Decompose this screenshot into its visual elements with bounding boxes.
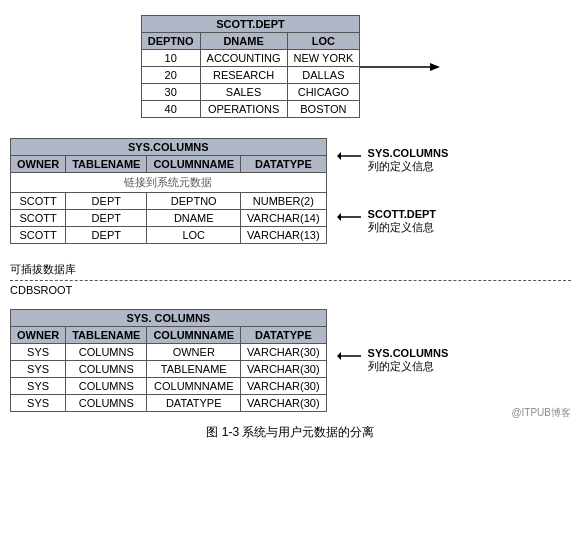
- caption: 图 1-3 系统与用户元数据的分离 @ITPUB博客: [10, 424, 571, 441]
- table-row: SYSCOLUMNSCOLUMNNAMEVARCHAR(30): [11, 378, 327, 395]
- table-row: SCOTTDEPTLOCVARCHAR(13): [11, 227, 327, 244]
- scott-dept-title: SCOTT.DEPT: [141, 16, 360, 33]
- cdbsroot-label: CDBSROOT: [10, 284, 571, 296]
- sys-columns-top-section: SYS.COLUMNS OWNER TABLENAME COLUMNNAME D…: [10, 138, 571, 244]
- right-labels-top: SYS.COLUMNS 列的定义信息 SCOTT.DEPT 列的定义信息: [337, 147, 449, 235]
- arrow-svg: [360, 57, 440, 77]
- scott-dept-table-wrapper: SCOTT.DEPT DEPTNO DNAME LOC 10ACCOUNTING…: [141, 15, 361, 118]
- table-row: 30SALESCHICAGO: [141, 84, 360, 101]
- sys-columns-top-row: SYS.COLUMNS OWNER TABLENAME COLUMNNAME D…: [10, 138, 448, 244]
- col-dname: DNAME: [200, 33, 287, 50]
- svg-marker-5: [337, 213, 341, 221]
- sys-columns-label-block: SYS.COLUMNS 列的定义信息: [337, 147, 449, 174]
- right-labels-bottom: SYS.COLUMNS 列的定义信息: [337, 347, 449, 374]
- table-row: SCOTTDEPTDNAMEVARCHAR(14): [11, 210, 327, 227]
- svg-marker-3: [337, 152, 341, 160]
- scott-dept-table: SCOTT.DEPT DEPTNO DNAME LOC 10ACCOUNTING…: [141, 15, 361, 118]
- sys-columns-top-wrapper: SYS.COLUMNS OWNER TABLENAME COLUMNNAME D…: [10, 138, 327, 244]
- col-datatype-b: DATATYPE: [241, 327, 327, 344]
- sys-columns-bottom-wrapper: SYS. COLUMNS OWNER TABLENAME COLUMNNAME …: [10, 309, 327, 412]
- sys-columns-bottom-table: SYS. COLUMNS OWNER TABLENAME COLUMNNAME …: [10, 309, 327, 412]
- table-row: SYSCOLUMNSTABLENAMEVARCHAR(30): [11, 361, 327, 378]
- top-arrow: [360, 15, 440, 118]
- table-row: 链接到系统元数据: [11, 173, 327, 193]
- arrow-right-2: [337, 210, 362, 224]
- table-row: SYSCOLUMNSOWNERVARCHAR(30): [11, 344, 327, 361]
- scott-dept-right-label: SCOTT.DEPT 列的定义信息: [368, 208, 436, 235]
- divider-section: 可插拔数据库 CDBSROOT: [10, 262, 571, 304]
- col-owner-b: OWNER: [11, 327, 66, 344]
- svg-marker-1: [430, 63, 440, 71]
- table-row: 20RESEARCHDALLAS: [141, 67, 360, 84]
- sys-columns-top-table: SYS.COLUMNS OWNER TABLENAME COLUMNNAME D…: [10, 138, 327, 244]
- sys-columns-right-label: SYS.COLUMNS 列的定义信息: [368, 147, 449, 174]
- table-row: 10ACCOUNTINGNEW YORK: [141, 50, 360, 67]
- sys-columns-bottom-label-block: SYS.COLUMNS 列的定义信息: [337, 347, 449, 374]
- svg-marker-7: [337, 352, 341, 360]
- col-deptno: DEPTNO: [141, 33, 200, 50]
- col-tablename: TABLENAME: [66, 156, 147, 173]
- sys-columns-bottom-right-label: SYS.COLUMNS 列的定义信息: [368, 347, 449, 374]
- sys-columns-bottom-title: SYS. COLUMNS: [11, 310, 327, 327]
- col-owner: OWNER: [11, 156, 66, 173]
- col-columnname: COLUMNNAME: [147, 156, 241, 173]
- divider-label: 可插拔数据库: [10, 262, 571, 277]
- table-row: SCOTTDEPTDEPTNONUMBER(2): [11, 193, 327, 210]
- sys-columns-bottom-section: SYS. COLUMNS OWNER TABLENAME COLUMNNAME …: [10, 309, 571, 412]
- sys-columns-bottom-row: SYS. COLUMNS OWNER TABLENAME COLUMNNAME …: [10, 309, 571, 412]
- col-datatype: DATATYPE: [241, 156, 327, 173]
- scott-dept-section: SCOTT.DEPT DEPTNO DNAME LOC 10ACCOUNTING…: [10, 15, 571, 118]
- caption-text: 图 1-3 系统与用户元数据的分离: [206, 425, 374, 439]
- table-row: SYSCOLUMNSDATATYPEVARCHAR(30): [11, 395, 327, 412]
- link-text: 链接到系统元数据: [11, 173, 327, 193]
- col-tablename-b: TABLENAME: [66, 327, 147, 344]
- arrow-right-3: [337, 349, 362, 363]
- scott-dept-label-block: SCOTT.DEPT 列的定义信息: [337, 208, 449, 235]
- col-loc: LOC: [287, 33, 360, 50]
- col-columnname-b: COLUMNNAME: [147, 327, 241, 344]
- diagram: SCOTT.DEPT DEPTNO DNAME LOC 10ACCOUNTING…: [10, 10, 571, 441]
- table-row: 40OPERATIONSBOSTON: [141, 101, 360, 118]
- arrow-right-1: [337, 149, 362, 163]
- sys-columns-top-title: SYS.COLUMNS: [11, 139, 327, 156]
- dashed-line: [10, 280, 571, 281]
